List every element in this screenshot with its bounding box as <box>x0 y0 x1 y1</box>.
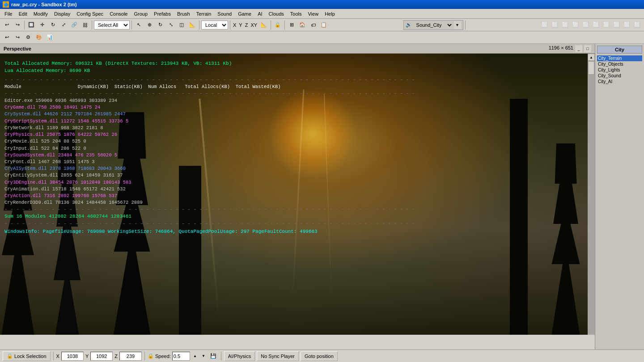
menu-clouds[interactable]: Clouds <box>266 10 287 17</box>
tb2-b5[interactable]: 📊 <box>45 33 55 42</box>
dashed-sep3: - - - - - - - - - - - - - - - - - - - - … <box>4 220 586 227</box>
tb-r6[interactable]: ⬜ <box>591 20 601 30</box>
toolbar1: ↩ ↪ 🔲 ✛ ↻ ⤢ 🔗 ⛓ Select All ↖ ⊕ ↻ ⤡ ◫ 📐 L… <box>0 19 644 31</box>
tb-r1[interactable]: ⬜ <box>540 20 550 30</box>
redo-button[interactable]: ↪ <box>13 20 22 30</box>
scale-button[interactable]: ⤢ <box>59 20 68 30</box>
menu-group[interactable]: Group <box>131 10 150 17</box>
city-title: City <box>597 46 642 54</box>
menu-sound[interactable]: Sound <box>215 10 234 17</box>
scroll-up[interactable]: ▲ <box>588 54 595 61</box>
status-sep3 <box>221 352 221 361</box>
menu-file[interactable]: File <box>2 10 15 17</box>
y-label: Y <box>238 22 243 28</box>
menu-ai[interactable]: AI <box>255 10 265 17</box>
sound-city-dropdown[interactable]: Sound_City <box>413 21 453 29</box>
z-coord-input[interactable] <box>119 352 142 361</box>
link-button[interactable]: 🔗 <box>69 20 79 30</box>
tb2-b2[interactable]: ↪ <box>13 33 22 42</box>
magnet-button[interactable]: 📐 <box>187 20 197 30</box>
tb-r2[interactable]: ⬜ <box>550 20 560 30</box>
scroll-thumb[interactable] <box>588 61 594 75</box>
ai-physics-button[interactable]: AI/Physics <box>224 351 255 361</box>
sep7 <box>284 21 285 29</box>
x-coord-input[interactable] <box>61 352 84 361</box>
sound-city-expand[interactable]: ▼ <box>454 21 461 29</box>
menu-console[interactable]: Console <box>107 10 130 17</box>
menu-game[interactable]: Game <box>235 10 254 17</box>
viewport[interactable]: Total Allocated Memory: 696321 KB (Direc… <box>0 54 595 335</box>
dashed-sep2: - - - - - - - - - - - - - - - - - - - - … <box>4 206 586 213</box>
mem-rows: Editor.exe 159069 6936 485993 303389 234… <box>4 97 586 206</box>
move2-button[interactable]: ⊕ <box>144 20 154 30</box>
no-sync-player-button[interactable]: No Sync Player <box>257 351 299 361</box>
angle-button[interactable]: 📐 <box>259 20 269 30</box>
coord-dropdown[interactable]: Local <box>201 21 228 29</box>
menu-terrain[interactable]: Terrain <box>194 10 214 17</box>
undo-button[interactable]: ↩ <box>2 20 12 30</box>
tb-r4[interactable]: ⬜ <box>571 20 580 30</box>
align-button[interactable]: ⊞ <box>287 20 297 30</box>
mem-row-15: CryRenderD3D9.dll 78136 3024 1484458 164… <box>4 199 586 206</box>
speed-up[interactable]: ▲ <box>191 352 199 360</box>
viewport-wrapper: Perspective 1196 × 651 _ □ <box>0 44 644 349</box>
persp-max[interactable]: □ <box>584 45 591 52</box>
tb2-b4[interactable]: 🎨 <box>34 33 44 42</box>
xy-label: XY <box>250 22 258 28</box>
x-label: X <box>232 22 237 28</box>
toolbar-right: ⬜ ⬜ ⬜ ⬜ ⬜ ⬜ ⬜ ⬜ ⬜ ⬜ <box>540 20 642 30</box>
menu-prefabs[interactable]: Prefabs <box>151 10 174 17</box>
status-sep1 <box>53 352 54 361</box>
scale2-button[interactable]: ⤡ <box>166 20 176 30</box>
city-item-3[interactable]: City_Lights <box>597 67 642 73</box>
menu-brush[interactable]: Brush <box>174 10 193 17</box>
menu-edit[interactable]: Edit <box>16 10 30 17</box>
speed-down[interactable]: ▼ <box>200 352 207 360</box>
ref-button[interactable]: 📋 <box>319 20 329 30</box>
move-button[interactable]: ✛ <box>37 20 47 30</box>
goto-position-button[interactable]: Goto position <box>301 351 338 361</box>
sum-line: Sum 16 Modules 412802 28264 4602744 1283… <box>4 213 586 220</box>
city-item-2[interactable]: City_Objects <box>597 61 642 67</box>
menu-display[interactable]: Display <box>51 10 73 17</box>
tag-button[interactable]: 🏷 <box>308 20 318 30</box>
unlink-button[interactable]: ⛓ <box>80 20 90 30</box>
select-all-dropdown[interactable]: Select All <box>94 21 130 29</box>
mem-row-0: Editor.exe 159069 6936 485993 303389 234 <box>4 97 586 104</box>
mem-table-header: Module Dynamic(KB) Static(KB) Num Allocs… <box>4 84 586 90</box>
rotate-button[interactable]: ↻ <box>48 20 58 30</box>
sep1 <box>24 21 25 29</box>
title-bar: 🔷 raw_pc.cry - Sandbox 2 (tm) <box>0 0 644 9</box>
tb-r9[interactable]: ⬜ <box>622 20 632 30</box>
windows-line: WindowsInfo: PagefileUsage: 769080 Worki… <box>4 228 586 236</box>
menu-view[interactable]: View <box>305 10 321 17</box>
select-button[interactable]: 🔲 <box>26 20 36 30</box>
sep4 <box>199 21 199 29</box>
snap-button[interactable]: ◫ <box>177 20 186 30</box>
tb2-b3[interactable]: ⚙ <box>23 33 33 42</box>
city-item-5[interactable]: City_AI <box>597 79 642 84</box>
speed-input[interactable] <box>172 352 190 361</box>
tb-r10[interactable]: ⬜ <box>632 20 642 30</box>
tb-r8[interactable]: ⬜ <box>612 20 622 30</box>
sep5 <box>230 21 230 29</box>
city-item-1[interactable]: City_Terrain <box>597 55 642 61</box>
cursor-button[interactable]: ↖ <box>134 20 144 30</box>
lock-selection-button[interactable]: 🔒 Lock Selection <box>3 351 51 361</box>
tb2-b1[interactable]: ↩ <box>2 33 12 42</box>
menu-bar: File Edit Modify Display Config Spec Con… <box>0 9 644 19</box>
tb-r3[interactable]: ⬜ <box>560 20 570 30</box>
rotate2-button[interactable]: ↻ <box>155 20 165 30</box>
menu-tools[interactable]: Tools <box>288 10 305 17</box>
menu-modify[interactable]: Modify <box>31 10 51 17</box>
menu-help[interactable]: Help <box>322 10 338 17</box>
speed-icon[interactable]: 💾 <box>208 351 218 361</box>
obj-button[interactable]: 🏠 <box>297 20 307 30</box>
lock-button[interactable]: 🔒 <box>273 20 283 30</box>
menu-configspec[interactable]: Config Spec <box>74 10 106 17</box>
tb-r7[interactable]: ⬜ <box>602 20 611 30</box>
persp-min[interactable]: _ <box>575 45 582 52</box>
y-coord-input[interactable] <box>90 352 113 361</box>
tb-r5[interactable]: ⬜ <box>581 20 591 30</box>
city-item-4[interactable]: City_Sound <box>597 73 642 79</box>
